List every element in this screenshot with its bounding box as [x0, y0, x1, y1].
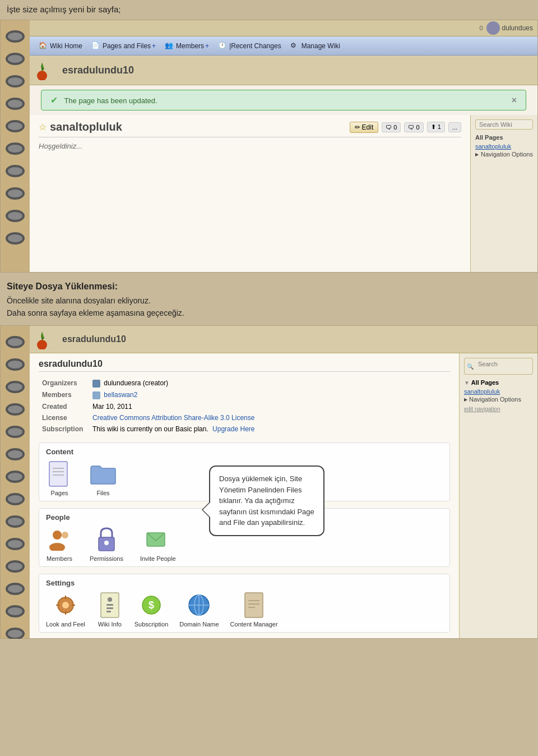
members-value: bellaswan2: [89, 389, 450, 401]
spiral-hole: [6, 381, 25, 393]
notebook-1: 0 dulundues 🏠 Wiki Home 📄 Pages and File…: [0, 20, 538, 273]
domain-icon-item[interactable]: Domain Name: [179, 592, 219, 628]
spiral-hole: [6, 515, 25, 528]
spiral-hole: [6, 187, 25, 200]
invite-icon-item[interactable]: Invite People: [140, 526, 176, 562]
svg-point-10: [104, 541, 109, 545]
nav-pages-files[interactable]: 📄 Pages and Files +: [87, 39, 160, 53]
notebook-2-content: esradulundu10 esradulundu10 Organizers d…: [30, 326, 537, 638]
spiral-hole: [6, 583, 25, 595]
spiral-holes-2: [1, 326, 30, 638]
admin-search-input[interactable]: [475, 359, 520, 368]
spiral-hole: [6, 403, 25, 416]
admin-sidebar: 🔍 ▼ All Pages sanaltopluluk Navigation O…: [459, 353, 537, 638]
spiral-hole: [6, 605, 25, 617]
speech-bubble: Dosya yüklemek için, Site Yönetim Paneli…: [209, 465, 324, 536]
admin-title: esradulundu10: [39, 359, 450, 372]
svg-rect-21: [106, 607, 113, 609]
info-row-organizers: Organizers dulunduesra (creator): [39, 377, 450, 389]
svg-point-0: [37, 71, 47, 80]
wiki-info-icon-item[interactable]: Wiki Info: [96, 592, 123, 628]
settings-title: Settings: [46, 579, 443, 587]
versions-badge: ⬆ 1: [427, 122, 445, 132]
settings-icons: Look and Feel: [46, 592, 443, 628]
likes-badge: 🗨 0: [382, 122, 401, 132]
svg-point-1: [37, 340, 47, 349]
license-label: License: [39, 412, 89, 423]
success-notification: ✔ The page has been updated. ×: [41, 90, 526, 110]
spiral-hole: [6, 210, 25, 222]
check-icon: ✔: [50, 95, 58, 105]
spiral-hole: [6, 232, 25, 245]
page-actions: ✏ Edit 🗨 0 🗨 0 ⬆ 1 ...: [350, 122, 461, 133]
middle-text-section: Siteye Dosya Yüklenmesi: Öncelikle site …: [0, 273, 538, 325]
svg-point-7: [49, 543, 65, 551]
wiki-logo-1: [36, 60, 57, 80]
page-title-row: ☆ sanaltopluluk ✏ Edit 🗨 0 🗨 0 ⬆ 1 ...: [39, 121, 461, 137]
page-welcome-text: Hoşgeldiniz...: [39, 142, 461, 150]
spiral-hole: [6, 120, 25, 132]
svg-point-6: [53, 531, 62, 540]
nav-recent-changes[interactable]: 🕐 | Recent Changes: [214, 39, 286, 53]
svg-rect-22: [106, 611, 111, 612]
admin-nav-options: Navigation Options: [464, 396, 533, 403]
wiki-logo-2: [36, 329, 57, 349]
username-display: dulundues: [502, 24, 533, 32]
edit-icon: ✏: [355, 123, 360, 131]
spiral-hole: [6, 98, 25, 110]
subscription-icon-item[interactable]: $ Subscription: [134, 592, 169, 628]
admin-sanaltopluluk-link[interactable]: sanaltopluluk: [464, 388, 533, 395]
all-pages-label: All Pages: [475, 134, 533, 141]
content-mgr-icon-item[interactable]: Content Manager: [230, 592, 278, 628]
subscription-icon: $: [138, 592, 165, 619]
pages-icon-item[interactable]: Pages: [46, 460, 73, 496]
favorite-star-icon[interactable]: ☆: [39, 122, 47, 132]
svg-point-19: [108, 597, 112, 602]
spiral-hole: [6, 448, 25, 460]
wiki-sidebar-1: All Pages sanaltopluluk Navigation Optio…: [470, 115, 537, 272]
info-table: Organizers dulunduesra (creator) Members…: [39, 377, 450, 435]
spiral-hole: [6, 560, 25, 573]
spiral-hole: [6, 336, 25, 348]
spiral-hole: [6, 471, 25, 483]
gear-icon: ⚙: [290, 42, 299, 50]
permissions-icon-item[interactable]: Permissions: [90, 526, 123, 562]
wiki-header-1: esradulundu10: [30, 56, 537, 85]
edit-navigation-link[interactable]: edit navigation: [464, 406, 533, 412]
created-label: Created: [39, 401, 89, 412]
members-icon-item[interactable]: Members: [46, 526, 73, 562]
members-icon: 👥: [165, 42, 174, 50]
created-value: Mar 10, 2011: [89, 401, 450, 412]
settings-section: Settings: [39, 574, 450, 633]
sidebar-search-input[interactable]: [475, 119, 533, 130]
info-row-subscription: Subscription This wiki is currently on o…: [39, 423, 450, 435]
spiral-hole: [6, 53, 25, 65]
sanaltopluluk-link[interactable]: sanaltopluluk: [475, 143, 533, 150]
notebook-2: esradulundu10 esradulundu10 Organizers d…: [0, 325, 538, 639]
more-actions-badge[interactable]: ...: [448, 122, 461, 132]
organizers-label: Organizers: [39, 377, 89, 389]
subscription-label: Subscription: [39, 423, 89, 435]
invite-people-icon: [145, 526, 171, 553]
nav-wiki-home[interactable]: 🏠 Wiki Home: [34, 39, 87, 53]
spiral-hole: [6, 628, 25, 639]
spiral-hole: [6, 358, 25, 371]
nav-manage-wiki[interactable]: ⚙ Manage Wiki: [286, 39, 345, 53]
spiral-hole: [6, 30, 25, 43]
wiki-body-1: ☆ sanaltopluluk ✏ Edit 🗨 0 🗨 0 ⬆ 1 ...: [30, 115, 470, 272]
organizers-value: dulunduesra (creator): [89, 377, 450, 389]
top-instruction-text: İşte size açılmış yeni bir sayfa;: [0, 0, 538, 20]
close-notification-button[interactable]: ×: [512, 95, 517, 105]
edit-page-button[interactable]: ✏ Edit: [350, 122, 379, 133]
search-glass-icon: 🔍: [467, 363, 474, 370]
spiral-hole: [6, 426, 25, 438]
home-icon: 🏠: [39, 42, 48, 50]
admin-site-name: esradulundu10: [62, 334, 126, 344]
members-people-icon: [46, 526, 73, 553]
svg-rect-29: [245, 593, 263, 617]
info-row-created: Created Mar 10, 2011: [39, 401, 450, 412]
files-icon-item[interactable]: Files: [90, 460, 117, 496]
look-feel-icon-item[interactable]: Look and Feel: [46, 592, 85, 628]
permissions-lock-icon: [93, 526, 120, 553]
nav-members[interactable]: 👥 Members +: [160, 39, 214, 53]
